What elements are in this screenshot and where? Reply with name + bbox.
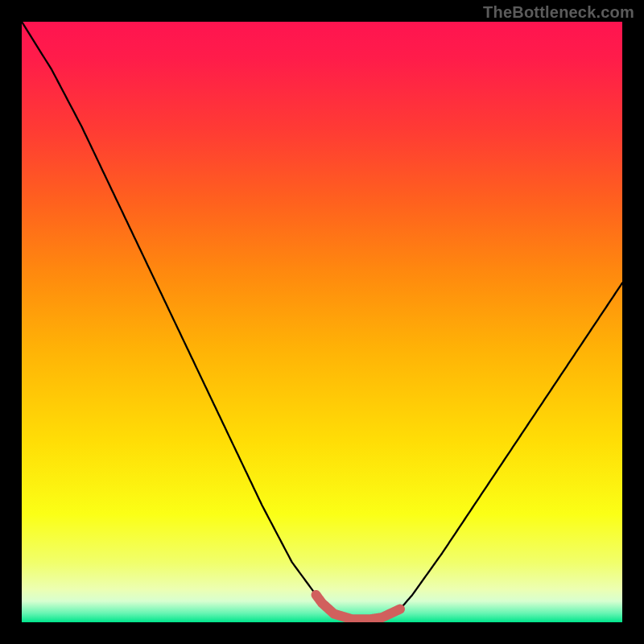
watermark-text: TheBottleneck.com [483,3,634,22]
plot-area [22,22,622,622]
chart-frame: TheBottleneck.com [0,0,644,644]
gradient-background [22,22,622,622]
